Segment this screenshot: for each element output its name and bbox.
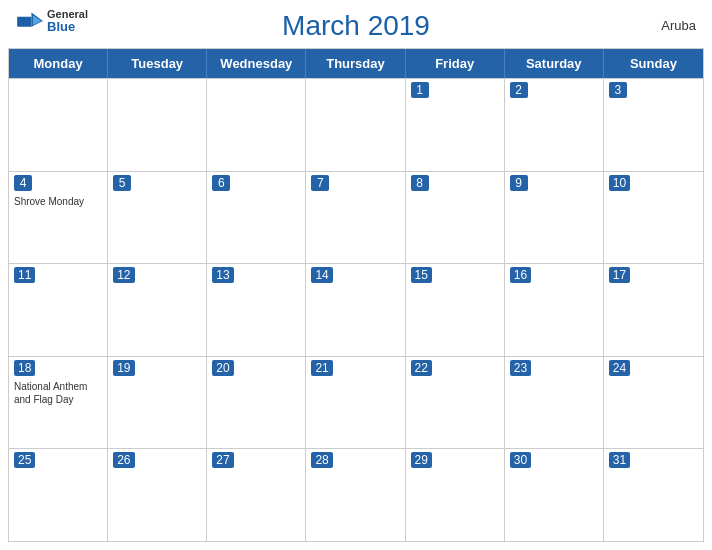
calendar-cell: 22 bbox=[406, 357, 505, 449]
day-number: 7 bbox=[311, 175, 329, 191]
day-number: 17 bbox=[609, 267, 630, 283]
day-number: 21 bbox=[311, 360, 332, 376]
calendar-cell: 4Shrove Monday bbox=[9, 172, 108, 264]
header-thursday: Thursday bbox=[306, 49, 405, 78]
day-number: 27 bbox=[212, 452, 233, 468]
calendar-week-2: 4Shrove Monday5678910 bbox=[9, 171, 703, 264]
header-saturday: Saturday bbox=[505, 49, 604, 78]
day-number: 28 bbox=[311, 452, 332, 468]
calendar-cell bbox=[306, 79, 405, 171]
header: General Blue March 2019 Aruba bbox=[0, 0, 712, 48]
page: General Blue March 2019 Aruba Monday Tue… bbox=[0, 0, 712, 550]
calendar-title: March 2019 bbox=[282, 10, 430, 42]
calendar: Monday Tuesday Wednesday Thursday Friday… bbox=[8, 48, 704, 542]
day-number: 4 bbox=[14, 175, 32, 191]
calendar-cell: 5 bbox=[108, 172, 207, 264]
day-number: 12 bbox=[113, 267, 134, 283]
calendar-cell: 19 bbox=[108, 357, 207, 449]
calendar-cell: 20 bbox=[207, 357, 306, 449]
calendar-week-1: 123 bbox=[9, 78, 703, 171]
logo-icon bbox=[16, 11, 44, 31]
day-number: 22 bbox=[411, 360, 432, 376]
day-number: 3 bbox=[609, 82, 627, 98]
calendar-week-5: 25262728293031 bbox=[9, 448, 703, 541]
day-number: 11 bbox=[14, 267, 35, 283]
day-number: 18 bbox=[14, 360, 35, 376]
day-number: 23 bbox=[510, 360, 531, 376]
cell-event: Shrove Monday bbox=[14, 195, 102, 208]
calendar-cell: 10 bbox=[604, 172, 703, 264]
svg-rect-0 bbox=[17, 16, 31, 26]
country-label: Aruba bbox=[661, 18, 696, 33]
calendar-cell: 21 bbox=[306, 357, 405, 449]
day-number: 15 bbox=[411, 267, 432, 283]
day-number: 16 bbox=[510, 267, 531, 283]
calendar-week-4: 18National Anthem and Flag Day1920212223… bbox=[9, 356, 703, 449]
calendar-cell: 31 bbox=[604, 449, 703, 541]
day-number: 1 bbox=[411, 82, 429, 98]
calendar-cell: 16 bbox=[505, 264, 604, 356]
calendar-cell bbox=[108, 79, 207, 171]
day-number: 2 bbox=[510, 82, 528, 98]
calendar-cell: 13 bbox=[207, 264, 306, 356]
header-monday: Monday bbox=[9, 49, 108, 78]
calendar-cell: 6 bbox=[207, 172, 306, 264]
day-number: 14 bbox=[311, 267, 332, 283]
day-number: 6 bbox=[212, 175, 230, 191]
day-number: 24 bbox=[609, 360, 630, 376]
calendar-cell: 14 bbox=[306, 264, 405, 356]
day-number: 29 bbox=[411, 452, 432, 468]
calendar-cell: 28 bbox=[306, 449, 405, 541]
day-number: 26 bbox=[113, 452, 134, 468]
calendar-cell: 27 bbox=[207, 449, 306, 541]
calendar-cell: 24 bbox=[604, 357, 703, 449]
calendar-cell: 25 bbox=[9, 449, 108, 541]
calendar-cell: 7 bbox=[306, 172, 405, 264]
calendar-cell: 11 bbox=[9, 264, 108, 356]
day-number: 10 bbox=[609, 175, 630, 191]
calendar-cell: 1 bbox=[406, 79, 505, 171]
calendar-cell: 2 bbox=[505, 79, 604, 171]
day-number: 19 bbox=[113, 360, 134, 376]
day-number: 31 bbox=[609, 452, 630, 468]
calendar-cell: 8 bbox=[406, 172, 505, 264]
calendar-cell: 17 bbox=[604, 264, 703, 356]
header-tuesday: Tuesday bbox=[108, 49, 207, 78]
header-friday: Friday bbox=[406, 49, 505, 78]
calendar-cell: 26 bbox=[108, 449, 207, 541]
calendar-cell: 12 bbox=[108, 264, 207, 356]
header-sunday: Sunday bbox=[604, 49, 703, 78]
day-number: 13 bbox=[212, 267, 233, 283]
logo: General Blue bbox=[16, 8, 88, 34]
cell-event: National Anthem and Flag Day bbox=[14, 380, 102, 406]
day-number: 30 bbox=[510, 452, 531, 468]
calendar-body: 1234Shrove Monday56789101112131415161718… bbox=[9, 78, 703, 541]
weekday-header-row: Monday Tuesday Wednesday Thursday Friday… bbox=[9, 49, 703, 78]
calendar-cell: 30 bbox=[505, 449, 604, 541]
calendar-cell: 3 bbox=[604, 79, 703, 171]
calendar-cell bbox=[207, 79, 306, 171]
calendar-cell: 23 bbox=[505, 357, 604, 449]
day-number: 9 bbox=[510, 175, 528, 191]
calendar-cell bbox=[9, 79, 108, 171]
calendar-cell: 9 bbox=[505, 172, 604, 264]
logo-blue: Blue bbox=[47, 20, 88, 34]
calendar-cell: 15 bbox=[406, 264, 505, 356]
calendar-week-3: 11121314151617 bbox=[9, 263, 703, 356]
day-number: 8 bbox=[411, 175, 429, 191]
day-number: 20 bbox=[212, 360, 233, 376]
calendar-cell: 18National Anthem and Flag Day bbox=[9, 357, 108, 449]
calendar-cell: 29 bbox=[406, 449, 505, 541]
day-number: 25 bbox=[14, 452, 35, 468]
header-wednesday: Wednesday bbox=[207, 49, 306, 78]
day-number: 5 bbox=[113, 175, 131, 191]
